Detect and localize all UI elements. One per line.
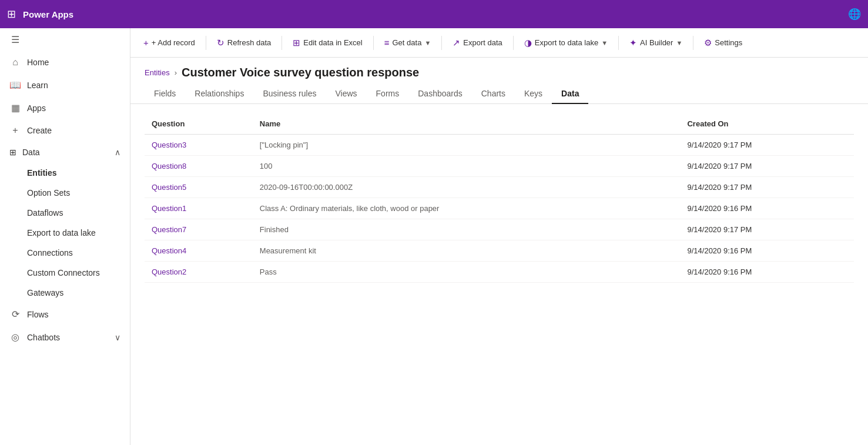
cell-created-on: 9/14/2020 9:16 PM: [680, 240, 854, 262]
ai-builder-button[interactable]: ✦ AI Builder ▼: [624, 34, 688, 52]
refresh-data-label: Refresh data: [227, 38, 271, 47]
sidebar-item-learn[interactable]: 📖 Learn: [0, 73, 130, 96]
cell-name: 100: [253, 156, 681, 177]
topbar: ⊞ Power Apps 🌐: [0, 0, 868, 28]
ai-builder-icon: ✦: [629, 38, 637, 48]
settings-button[interactable]: ⚙ Settings: [698, 34, 748, 52]
data-expand-icon: ∧: [115, 148, 120, 157]
tabs: Fields Relationships Business rules View…: [130, 79, 868, 104]
sidebar-sub-item-entities[interactable]: Entities: [27, 163, 130, 183]
cell-question[interactable]: Question1: [145, 198, 253, 219]
sidebar-sub-item-option-sets[interactable]: Option Sets: [27, 183, 130, 203]
cell-question[interactable]: Question3: [145, 135, 253, 156]
export-data-button[interactable]: ↗ Export data: [447, 34, 508, 52]
entities-label: Entities: [27, 168, 57, 178]
ai-builder-label: AI Builder: [640, 38, 673, 47]
grid-icon[interactable]: ⊞: [7, 8, 16, 21]
table-row: Question3["Locking pin"]9/14/2020 9:17 P…: [145, 135, 854, 156]
home-icon: ⌂: [9, 57, 21, 68]
tab-keys[interactable]: Keys: [515, 84, 552, 104]
sidebar-item-create[interactable]: + Create: [0, 119, 130, 142]
cell-name: ["Locking pin"]: [253, 135, 681, 156]
chatbots-expand-icon: ∨: [115, 333, 120, 342]
data-table: Question Name Created On Question3["Lock…: [145, 113, 854, 283]
tab-dashboards[interactable]: Dashboards: [408, 84, 472, 104]
col-header-question: Question: [145, 113, 253, 135]
table-row: Question1Class A: Ordinary materials, li…: [145, 198, 854, 219]
globe-icon[interactable]: 🌐: [848, 8, 861, 21]
edit-data-excel-button[interactable]: ⊞ Edit data in Excel: [287, 34, 368, 52]
refresh-data-button[interactable]: ↻ Refresh data: [211, 34, 277, 52]
sidebar-item-home-label: Home: [27, 58, 49, 67]
tab-forms[interactable]: Forms: [367, 84, 409, 104]
sidebar-item-home[interactable]: ⌂ Home: [0, 51, 130, 73]
cell-question[interactable]: Question5: [145, 177, 253, 198]
data-table-area: Question Name Created On Question3["Lock…: [130, 104, 868, 445]
add-record-label: + Add record: [152, 38, 195, 47]
custom-connectors-label: Custom Connectors: [27, 268, 100, 277]
data-sub-menu: Entities Option Sets Dataflows Export to…: [0, 163, 130, 303]
create-icon: +: [9, 125, 21, 136]
col-header-name: Name: [253, 113, 681, 135]
toolbar: + + Add record ↻ Refresh data ⊞ Edit dat…: [130, 28, 868, 58]
cell-question[interactable]: Question4: [145, 240, 253, 262]
sidebar-sub-item-custom-connectors[interactable]: Custom Connectors: [27, 263, 130, 283]
flows-icon: ⟳: [9, 309, 21, 320]
toolbar-sep-7: [693, 36, 693, 50]
toolbar-sep-6: [618, 36, 619, 50]
settings-label: Settings: [715, 38, 742, 47]
chatbots-label: Chatbots: [27, 333, 60, 342]
sidebar-item-create-label: Create: [27, 126, 52, 135]
learn-icon: 📖: [9, 79, 21, 91]
table-row: Question52020-09-16T00:00:00.000Z9/14/20…: [145, 177, 854, 198]
cell-created-on: 9/14/2020 9:17 PM: [680, 219, 854, 240]
settings-icon: ⚙: [704, 38, 712, 48]
cell-name: Finished: [253, 219, 681, 240]
edit-data-excel-label: Edit data in Excel: [303, 38, 362, 47]
sidebar-sub-item-gateways[interactable]: Gateways: [27, 283, 130, 303]
sidebar-sub-item-dataflows[interactable]: Dataflows: [27, 203, 130, 223]
sidebar-item-apps[interactable]: ▦ Apps: [0, 96, 130, 119]
cell-name: 2020-09-16T00:00:00.000Z: [253, 177, 681, 198]
cell-question[interactable]: Question2: [145, 262, 253, 283]
tab-views[interactable]: Views: [326, 84, 366, 104]
hamburger-icon: ☰: [9, 34, 21, 45]
tab-fields[interactable]: Fields: [145, 84, 185, 104]
add-record-button[interactable]: + + Add record: [138, 34, 201, 51]
table-header-row: Question Name Created On: [145, 113, 854, 135]
flows-label: Flows: [27, 310, 49, 319]
cell-name: Pass: [253, 262, 681, 283]
sidebar-sub-item-export-to-data-lake[interactable]: Export to data lake: [27, 223, 130, 243]
breadcrumb-entities-link[interactable]: Entities: [145, 68, 170, 77]
tab-relationships[interactable]: Relationships: [185, 84, 253, 104]
breadcrumb-separator: ›: [175, 68, 177, 77]
col-header-created-on: Created On: [680, 113, 854, 135]
sidebar-item-flows[interactable]: ⟳ Flows: [0, 303, 130, 326]
refresh-icon: ↻: [217, 38, 224, 48]
cell-created-on: 9/14/2020 9:16 PM: [680, 262, 854, 283]
hamburger-menu[interactable]: ☰: [0, 28, 130, 51]
app-title: Power Apps: [23, 9, 848, 19]
export-data-icon: ↗: [453, 38, 460, 48]
export-lake-icon: ◑: [524, 38, 532, 48]
connections-label: Connections: [27, 248, 73, 257]
sidebar: ☰ ⌂ Home 📖 Learn ▦ Apps + Create ⊞ Data …: [0, 28, 130, 445]
sidebar-sub-item-connections[interactable]: Connections: [27, 243, 130, 263]
sidebar-item-data[interactable]: ⊞ Data ∧: [0, 142, 130, 163]
cell-question[interactable]: Question8: [145, 156, 253, 177]
apps-icon: ▦: [9, 102, 21, 113]
breadcrumb-current-page: Customer Voice survey question response: [182, 66, 419, 79]
tab-charts[interactable]: Charts: [472, 84, 515, 104]
toolbar-sep-1: [206, 36, 206, 50]
breadcrumb: Entities › Customer Voice survey questio…: [130, 58, 868, 79]
get-data-button[interactable]: ≡ Get data ▼: [378, 34, 437, 51]
tab-business-rules[interactable]: Business rules: [253, 84, 326, 104]
cell-question[interactable]: Question7: [145, 219, 253, 240]
table-row: Question81009/14/2020 9:17 PM: [145, 156, 854, 177]
cell-created-on: 9/14/2020 9:17 PM: [680, 156, 854, 177]
ai-builder-dropdown-icon: ▼: [676, 39, 682, 46]
export-data-label: Export data: [463, 38, 502, 47]
export-to-data-lake-button[interactable]: ◑ Export to data lake ▼: [518, 34, 614, 52]
tab-data[interactable]: Data: [552, 84, 588, 104]
sidebar-item-chatbots[interactable]: ◎ Chatbots ∨: [0, 326, 130, 349]
